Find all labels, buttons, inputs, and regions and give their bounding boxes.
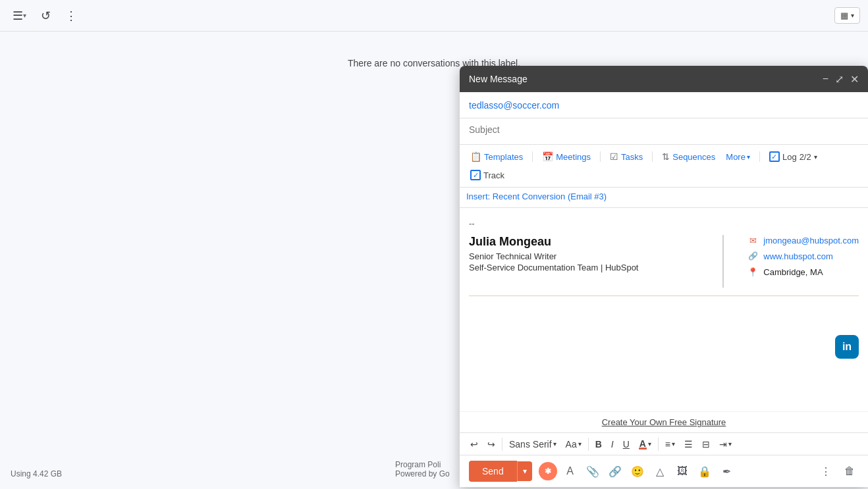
sequences-button[interactable]: ⇅ Sequences: [658, 149, 719, 165]
align-button[interactable]: ≡ ▾: [661, 436, 679, 452]
sig-right-divider: [722, 235, 724, 288]
pen-icon[interactable]: ✒: [718, 462, 736, 480]
sidebar-toggle-button[interactable]: ☰ ▾: [8, 5, 31, 26]
drive-icon[interactable]: △: [651, 462, 669, 480]
smiley-icon: 🙂: [631, 465, 644, 478]
sig-left: Julia Mongeau Senior Technical Writer Se…: [469, 235, 709, 288]
font-family-label: Sans Serif: [509, 439, 552, 450]
send-dropdown-button[interactable]: ▾: [517, 461, 532, 481]
layout-button[interactable]: ▦ ▾: [834, 7, 860, 24]
insert-suggestion-link[interactable]: Insert: Recent Conversion (Email #3): [466, 192, 607, 201]
attachment-icon[interactable]: 📎: [583, 462, 602, 480]
storage-text: Using 4.42 GB: [11, 469, 62, 478]
sig-right: ✉ jmongeau@hubspot.com 🔗 www.hubspot.com…: [737, 235, 859, 288]
minimize-button[interactable]: −: [823, 73, 828, 85]
font-color-button[interactable]: A ▾: [635, 436, 655, 452]
linkedin-badge[interactable]: in: [835, 335, 859, 359]
fmt-sep-1: [502, 438, 502, 451]
bold-button[interactable]: B: [591, 436, 606, 452]
refresh-icon: ↺: [41, 9, 51, 23]
program-policy-link[interactable]: Program Poli: [395, 460, 450, 469]
track-checkbox-icon: ✓: [470, 170, 481, 180]
sig-container: Julia Mongeau Senior Technical Writer Se…: [469, 235, 859, 288]
sequences-label: Sequences: [672, 152, 715, 162]
hubspot-logo: ✱: [545, 467, 551, 476]
more-options-icon: ⋮: [65, 9, 77, 23]
underline-button[interactable]: U: [619, 436, 634, 452]
undo-button[interactable]: ↩: [466, 436, 482, 452]
tasks-button[interactable]: ☑ Tasks: [606, 149, 647, 165]
lock-icon[interactable]: 🔒: [695, 462, 714, 480]
linkedin-icon: in: [842, 341, 852, 353]
photo-icon[interactable]: 🖼: [673, 462, 692, 480]
redo-button[interactable]: ↪: [483, 436, 499, 452]
create-signature-link[interactable]: Create Your Own Free Signature: [602, 417, 726, 427]
numbered-list-icon: ⊟: [702, 439, 710, 450]
location-icon: 📍: [747, 267, 758, 277]
top-right-controls: ▦ ▾: [834, 7, 860, 24]
font-color-send-icon[interactable]: A: [561, 462, 580, 480]
storage-info: Using 4.42 GB: [11, 469, 62, 478]
sequences-icon: ⇅: [662, 151, 670, 162]
delete-draft-button[interactable]: 🗑: [840, 462, 859, 480]
align-icon: ≡: [665, 439, 670, 450]
email-body[interactable]: -- Julia Mongeau Senior Technical Writer…: [460, 208, 868, 411]
close-button[interactable]: ✕: [850, 73, 859, 86]
italic-icon: I: [611, 439, 614, 450]
italic-button[interactable]: I: [607, 436, 618, 452]
meetings-button[interactable]: 📅 Meetings: [538, 149, 595, 165]
refresh-button[interactable]: ↺: [36, 5, 55, 26]
sig-email-contact: ✉ jmongeau@hubspot.com: [747, 235, 859, 245]
sig-title: Senior Technical Writer: [469, 251, 709, 261]
send-toolbar-icons: ✱ A 📎 🔗 🙂 △ 🖼: [539, 462, 810, 480]
powered-by-text: Powered by Go: [395, 469, 450, 478]
subject-field[interactable]: [460, 118, 868, 145]
toolbar-sep-2: [600, 151, 601, 162]
send-button[interactable]: Send: [469, 461, 517, 482]
format-toolbar: ↩ ↪ Sans Serif ▾ Aa ▾ B I U: [460, 432, 868, 455]
toggle-chevron-icon: ▾: [23, 12, 26, 19]
signature-pen-icon: ✒: [722, 465, 731, 478]
bullet-list-button[interactable]: ☰: [680, 436, 697, 452]
numbered-list-button[interactable]: ⊟: [698, 436, 714, 452]
create-signature-section: Create Your Own Free Signature: [460, 411, 868, 432]
indent-button[interactable]: ⇥ ▾: [715, 436, 736, 452]
text-color-icon: A: [566, 465, 574, 477]
sig-divider: --: [469, 219, 859, 228]
log-chevron-icon: ▾: [814, 153, 817, 161]
maximize-button[interactable]: ⤢: [835, 73, 844, 86]
chain-link-icon: 🔗: [609, 465, 622, 478]
sig-horizontal-line: [469, 296, 859, 296]
meetings-label: Meetings: [556, 152, 591, 162]
redo-icon: ↪: [487, 439, 495, 450]
log-item[interactable]: ✓ Log 2/2 ▾: [765, 149, 821, 165]
more-button[interactable]: More ▾: [722, 149, 754, 165]
confidential-icon: 🔒: [698, 465, 711, 478]
track-item[interactable]: ✓ Track: [466, 167, 508, 183]
insert-suggestion-bar: Insert: Recent Conversion (Email #3): [460, 188, 868, 208]
hubspot-icon[interactable]: ✱: [539, 462, 557, 480]
toolbar-sep-3: [652, 151, 653, 162]
templates-button[interactable]: 📋 Templates: [466, 149, 527, 165]
emoji-icon[interactable]: 🙂: [628, 462, 647, 480]
more-send-options-button[interactable]: ⋮: [817, 462, 835, 480]
tasks-icon: ☑: [610, 151, 618, 162]
sidebar-toggle-icon: ☰: [13, 9, 23, 23]
templates-label: Templates: [484, 152, 523, 162]
sig-org: Self-Service Documentation Team | HubSpo…: [469, 263, 709, 272]
sig-email-text: jmongeau@hubspot.com: [763, 236, 859, 245]
font-color-icon: A: [639, 438, 647, 450]
to-field[interactable]: tedlasso@soccer.com: [460, 92, 868, 118]
more-chevron-icon: ▾: [747, 153, 750, 161]
subject-input[interactable]: [469, 124, 859, 135]
fmt-sep-3: [658, 438, 659, 451]
sig-website-text: www.hubspot.com: [763, 251, 833, 261]
link-icon[interactable]: 🔗: [606, 462, 624, 480]
email-icon: ✉: [747, 235, 758, 245]
more-options-button[interactable]: ⋮: [61, 5, 82, 26]
compose-window: New Message − ⤢ ✕ tedlasso@soccer.com 📋: [460, 66, 868, 487]
font-size-button[interactable]: Aa ▾: [562, 436, 585, 452]
google-drive-icon: △: [656, 465, 664, 478]
web-icon: 🔗: [747, 251, 758, 261]
font-family-button[interactable]: Sans Serif ▾: [505, 436, 560, 452]
